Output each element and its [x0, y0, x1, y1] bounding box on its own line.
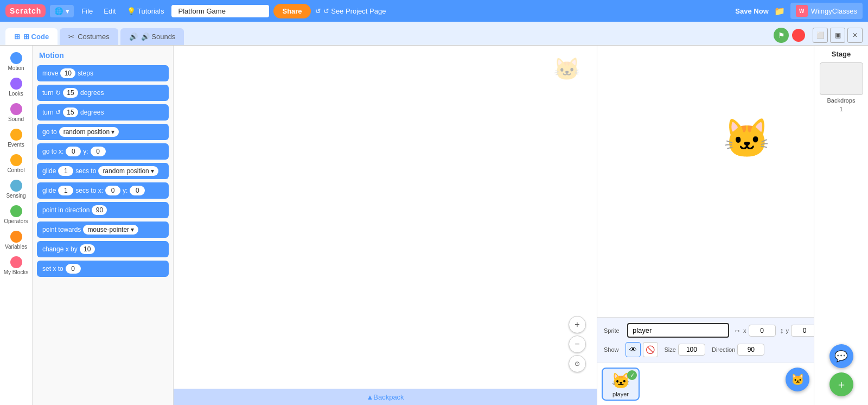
- sprite-list: ✓ 🐱 player 🐱: [597, 363, 814, 405]
- block-glide-xy[interactable]: glide 1 secs to x: 0 y: 0: [37, 182, 169, 199]
- block-turn-cw[interactable]: turn ↻ 15 degrees: [37, 85, 169, 101]
- control-dot: [10, 154, 22, 166]
- turn-cw-input[interactable]: 15: [63, 88, 78, 98]
- sidebar-item-motion[interactable]: Motion: [2, 50, 31, 73]
- x-arrows-icon: ↔: [733, 326, 741, 335]
- zoom-out-button[interactable]: −: [569, 336, 586, 353]
- tab-code[interactable]: ⊞ ⊞ Code: [5, 28, 58, 45]
- control-label: Control: [7, 167, 24, 173]
- refresh-icon: ↺: [315, 7, 321, 15]
- sprite-delete-button[interactable]: ✓: [627, 370, 637, 380]
- set-x-input[interactable]: 0: [66, 264, 81, 274]
- scratch-logo[interactable]: Scratch: [5, 4, 46, 17]
- block-turn-ccw[interactable]: turn ↺ 15 degrees: [37, 104, 169, 121]
- layout-large-button[interactable]: ▣: [830, 28, 845, 43]
- show-label: Show: [604, 346, 619, 353]
- sounds-tab-icon: 🔊: [129, 33, 138, 41]
- looks-label: Looks: [9, 91, 23, 97]
- y-label: y: [786, 327, 789, 334]
- language-button[interactable]: 🌐 ▾: [50, 5, 74, 17]
- user-menu-button[interactable]: W WiingyClasses: [790, 3, 863, 19]
- folder-button[interactable]: 📁: [774, 6, 785, 16]
- goto-x-input[interactable]: 0: [66, 147, 81, 156]
- y-arrows-icon: ↕: [780, 326, 784, 335]
- goto-y-input[interactable]: 0: [91, 147, 106, 156]
- block-goto-xy[interactable]: go to x: 0 y: 0: [37, 143, 169, 160]
- zoom-in-button[interactable]: +: [569, 316, 586, 333]
- variables-label: Variables: [5, 244, 27, 250]
- direction-input[interactable]: [737, 344, 764, 356]
- point-towards-label: point towards: [42, 226, 81, 233]
- block-goto[interactable]: go to random position ▾: [37, 124, 169, 140]
- file-menu[interactable]: File: [78, 5, 96, 17]
- add-sprite-button[interactable]: 🐱: [786, 368, 809, 391]
- stop-button[interactable]: [792, 29, 805, 42]
- tab-sounds[interactable]: 🔊 🔊 Sounds: [120, 28, 184, 45]
- block-point-towards[interactable]: point towards mouse-pointer ▾: [37, 222, 169, 238]
- fullscreen-button[interactable]: ✕: [847, 28, 863, 43]
- sidebar-item-operators[interactable]: Operators: [2, 203, 31, 226]
- glide-xy-y[interactable]: 0: [130, 186, 145, 195]
- sidebar-item-control[interactable]: Control: [2, 152, 31, 175]
- size-input[interactable]: [678, 344, 705, 356]
- tab-costumes[interactable]: ✂ Costumes: [60, 28, 118, 45]
- glide-pos-label: glide: [42, 167, 56, 175]
- share-button[interactable]: Share: [273, 4, 310, 18]
- block-change-x[interactable]: change x by 10: [37, 241, 169, 257]
- sidebar-item-events[interactable]: Events: [2, 126, 31, 150]
- add-extension-button[interactable]: ＋: [829, 372, 853, 396]
- block-set-x[interactable]: set x to 0: [37, 261, 169, 277]
- point-dir-label: point in direction: [42, 206, 90, 214]
- block-move[interactable]: move 10 steps: [37, 65, 169, 81]
- stage-thumbnail[interactable]: [820, 62, 863, 95]
- project-name-input[interactable]: [171, 5, 269, 17]
- tutorials-button[interactable]: 💡 Tutorials: [124, 5, 168, 17]
- move-steps-input[interactable]: 10: [60, 68, 75, 78]
- turn-ccw-input[interactable]: 15: [63, 107, 78, 117]
- sprite-name-row: Sprite ↔ x ↕ y: [604, 323, 807, 338]
- direction-group: Direction: [712, 344, 764, 356]
- y-coord-group: ↕ y: [780, 325, 819, 337]
- x-coord-group: ↔ x: [733, 325, 776, 337]
- block-glide-pos[interactable]: glide 1 secs to random position ▾: [37, 163, 169, 179]
- change-x-input[interactable]: 10: [80, 244, 95, 254]
- layout-small-button[interactable]: ⬜: [813, 28, 828, 43]
- goto-dropdown[interactable]: random position ▾: [59, 127, 119, 137]
- sensing-label: Sensing: [6, 193, 25, 199]
- see-project-button[interactable]: ↺ ↺ See Project Page: [315, 7, 386, 15]
- glide-xy-x[interactable]: 0: [105, 186, 120, 195]
- glide-pos-dropdown[interactable]: random position ▾: [98, 166, 158, 176]
- sprite-name-input[interactable]: [627, 323, 729, 338]
- fit-button[interactable]: ⊙: [569, 355, 586, 372]
- turn-cw-label: turn ↻: [42, 89, 61, 97]
- edit-menu[interactable]: Edit: [100, 5, 119, 17]
- x-input[interactable]: [749, 325, 776, 337]
- operators-label: Operators: [4, 218, 28, 224]
- sprite-properties: Sprite ↔ x ↕ y Show 👁 🚫: [597, 317, 814, 363]
- green-flag-button[interactable]: ⚑: [774, 28, 789, 43]
- turn-ccw-label: turn ↺: [42, 109, 61, 116]
- props-row2: Show 👁 🚫 Size Direction: [604, 342, 807, 357]
- sidebar-item-variables[interactable]: Variables: [2, 229, 31, 252]
- backpack-bar[interactable]: ▲ Backpack: [174, 389, 597, 405]
- save-now-button[interactable]: Save Now: [735, 7, 768, 15]
- sidebar-item-looks[interactable]: Looks: [2, 75, 31, 99]
- point-towards-dropdown[interactable]: mouse-pointer ▾: [83, 225, 138, 235]
- blocks-panel: Motion move 10 steps turn ↻ 15 degrees t…: [33, 46, 174, 405]
- sprite-thumb-player[interactable]: ✓ 🐱 player: [602, 368, 640, 401]
- glide-xy-secs[interactable]: 1: [58, 186, 73, 195]
- show-visible-button[interactable]: 👁: [626, 342, 641, 357]
- block-point-direction[interactable]: point in direction 90: [37, 202, 169, 218]
- costumes-tab-label: Costumes: [78, 33, 110, 41]
- sidebar-item-myblocks[interactable]: My Blocks: [2, 254, 31, 277]
- goto-y-label: y:: [83, 148, 88, 155]
- point-dir-input[interactable]: 90: [92, 205, 107, 215]
- sidebar-item-sensing[interactable]: Sensing: [2, 178, 31, 201]
- glide-pos-secs[interactable]: 1: [58, 166, 73, 176]
- sidebar-item-sound[interactable]: Sound: [2, 101, 31, 124]
- goto-xy-label: go to x:: [42, 148, 63, 155]
- chat-button[interactable]: 💬: [829, 344, 853, 368]
- move-label: move: [42, 69, 58, 77]
- show-hidden-button[interactable]: 🚫: [643, 342, 658, 357]
- motion-dot: [10, 52, 22, 64]
